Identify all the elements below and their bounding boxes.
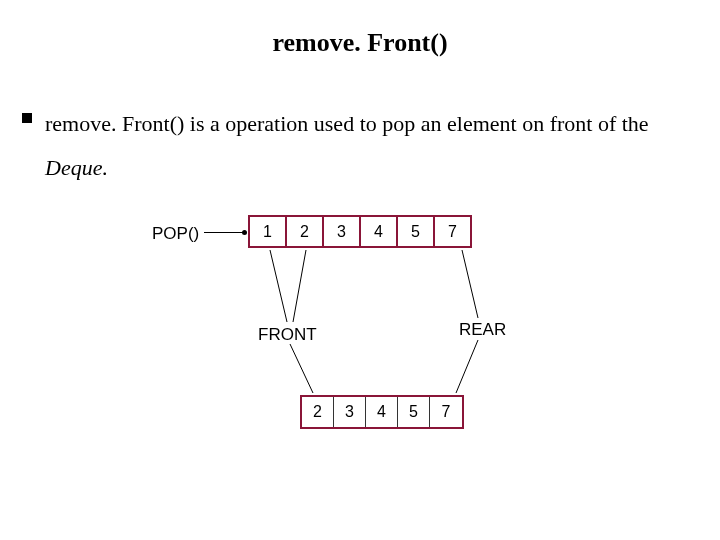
- deque-cell: 7: [430, 397, 462, 427]
- pop-label: POP(): [152, 224, 199, 244]
- svg-line-1: [293, 250, 306, 322]
- connector-lines: [0, 0, 720, 540]
- deque-cell: 3: [322, 215, 361, 248]
- deque-after: 23457: [300, 395, 464, 429]
- svg-line-3: [290, 344, 313, 393]
- deque-cell: 3: [334, 397, 366, 427]
- svg-line-2: [462, 250, 478, 318]
- pop-connector-line: [204, 232, 244, 233]
- description-text: remove. Front() is a operation used to p…: [45, 102, 690, 190]
- desc-italic: Deque.: [45, 155, 108, 180]
- svg-line-0: [270, 250, 287, 322]
- svg-line-4: [456, 340, 478, 393]
- deque-cell: 2: [302, 397, 334, 427]
- pop-connector-dot: [242, 230, 247, 235]
- deque-cell: 4: [359, 215, 398, 248]
- deque-cell: 7: [433, 215, 472, 248]
- bullet-icon: [22, 113, 32, 123]
- rear-label: REAR: [459, 320, 506, 340]
- deque-cell: 4: [366, 397, 398, 427]
- desc-main: remove. Front() is a operation used to p…: [45, 111, 649, 136]
- deque-cell: 5: [396, 215, 435, 248]
- deque-before: 123457: [248, 215, 472, 248]
- front-label: FRONT: [258, 325, 317, 345]
- deque-cell: 1: [248, 215, 287, 248]
- deque-cell: 2: [285, 215, 324, 248]
- slide-title: remove. Front(): [0, 28, 720, 58]
- deque-cell: 5: [398, 397, 430, 427]
